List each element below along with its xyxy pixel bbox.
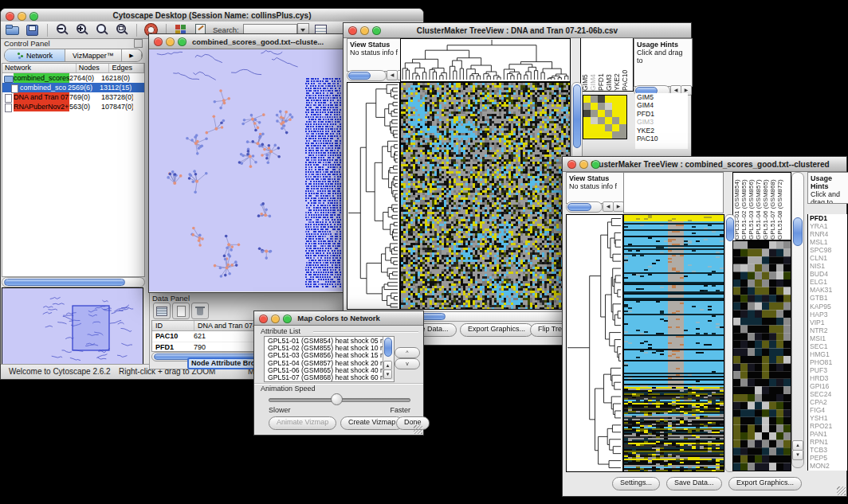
- open-session-icon[interactable]: [5, 22, 21, 37]
- select-attributes-icon[interactable]: [153, 303, 171, 319]
- column-header[interactable]: Network: [2, 64, 77, 72]
- row-dendrogram-canvas[interactable]: [347, 83, 399, 309]
- matrix-cell: [583, 110, 591, 117]
- save-data-button[interactable]: Save Data...: [666, 477, 722, 490]
- heatmap-main[interactable]: [623, 214, 724, 472]
- zoom-fit-icon[interactable]: [94, 22, 110, 37]
- heatmap-canvas[interactable]: [624, 215, 724, 471]
- zoom-heatmap[interactable]: [732, 240, 791, 471]
- zoom-window-icon[interactable]: [178, 37, 186, 46]
- gene-label: MSL1: [810, 238, 847, 246]
- scrollbar-thumb[interactable]: [384, 338, 392, 357]
- scrollbar-thumb[interactable]: [567, 203, 591, 211]
- row-dendrogram[interactable]: [347, 82, 400, 310]
- float-panel-icon[interactable]: [134, 39, 143, 48]
- heatmap-canvas[interactable]: [401, 83, 570, 309]
- zoom-selected-icon[interactable]: [114, 22, 130, 37]
- minimize-icon[interactable]: [166, 37, 175, 46]
- control-panel-hscrollbar[interactable]: [2, 277, 145, 287]
- export-graphics-button[interactable]: Export Graphics...: [460, 323, 533, 337]
- treeview2-titlebar[interactable]: ClusterMaker TreeView : combined_scores_…: [563, 157, 846, 172]
- zoom-heatmap-canvas[interactable]: [733, 241, 791, 471]
- network-overview-canvas[interactable]: [2, 288, 143, 364]
- scroll-down-icon[interactable]: ▼: [792, 450, 803, 460]
- zoom-window-icon[interactable]: [283, 315, 292, 323]
- zoom-heatmap-matrix[interactable]: [583, 95, 627, 139]
- column-header[interactable]: Nodes: [77, 64, 110, 72]
- scroll-left-icon[interactable]: ◀: [603, 201, 614, 212]
- close-icon[interactable]: [6, 12, 14, 21]
- attribute-list-item[interactable]: GPL51-07 (GSM868) heat shock 60 min: [266, 374, 384, 381]
- scroll-down-icon[interactable]: ▼: [383, 369, 392, 379]
- network-tree-row[interactable]: combined_sco2569(6)13112(15): [2, 83, 144, 92]
- zoom-vscrollbar[interactable]: ▲ ▼: [791, 172, 804, 468]
- tab-overflow-button[interactable]: ▶: [122, 49, 142, 61]
- zoom-out-icon[interactable]: [54, 22, 70, 37]
- close-icon[interactable]: [567, 160, 576, 169]
- close-icon[interactable]: [259, 315, 268, 323]
- scrollbar-thumb[interactable]: [4, 279, 125, 286]
- treeview1-hscrollbar-left[interactable]: [347, 70, 387, 81]
- minimize-icon[interactable]: [18, 12, 26, 21]
- attribute-list-item[interactable]: GPL51-02 (GSM855) heat shock 10 min: [266, 345, 384, 352]
- matrix-cell: [598, 96, 605, 103]
- treeview2-hscrollbar-left[interactable]: [566, 201, 603, 213]
- speed-slider-thumb[interactable]: [331, 393, 343, 405]
- column-dendrogram[interactable]: [400, 38, 571, 82]
- move-up-button[interactable]: ^: [395, 347, 420, 358]
- attribute-list-item[interactable]: GPL51-06 (GSM865) heat shock 40 min: [266, 367, 384, 374]
- resize-grip[interactable]: [837, 486, 846, 495]
- scrollbar-thumb[interactable]: [348, 72, 371, 80]
- attribute-list-item[interactable]: GPL51-04 (GSM857) heat shock 20 min: [266, 360, 384, 367]
- cluster-row-label: PFD1: [637, 110, 688, 118]
- zoom-in-icon[interactable]: [74, 22, 90, 37]
- column-dendrogram-canvas[interactable]: [401, 39, 570, 81]
- zoom-column-label: GPL51-08 (GSM872): [776, 173, 783, 240]
- scrollbar-thumb[interactable]: [793, 217, 803, 246]
- dialog-titlebar[interactable]: Map Colors to Network: [254, 311, 423, 326]
- delete-attribute-icon[interactable]: [191, 303, 209, 319]
- save-session-icon[interactable]: [25, 22, 41, 37]
- column-header[interactable]: Edges: [109, 64, 144, 72]
- row-dendrogram[interactable]: [566, 214, 623, 472]
- heatmap-main[interactable]: [400, 82, 571, 310]
- network-canvas[interactable]: [149, 49, 343, 291]
- minimize-icon[interactable]: [271, 315, 280, 323]
- resize-grip[interactable]: [414, 425, 422, 434]
- tab-network[interactable]: Network: [5, 49, 65, 61]
- new-attribute-icon[interactable]: [172, 303, 190, 319]
- close-icon[interactable]: [154, 37, 163, 46]
- tab-vizmapper[interactable]: VizMapper™: [65, 49, 122, 61]
- minimize-icon[interactable]: [360, 26, 369, 35]
- create-vizmap-button[interactable]: Create Vizmap: [340, 416, 403, 430]
- scrollbar-thumb[interactable]: [573, 84, 581, 148]
- done-button[interactable]: Done: [396, 416, 430, 430]
- move-down-button[interactable]: v: [395, 358, 420, 369]
- scroll-right-icon[interactable]: ▶: [613, 201, 624, 212]
- animate-vizmap-button[interactable]: Animate Vizmap: [269, 416, 336, 430]
- listbox-vscrollbar[interactable]: ▲ ▼: [383, 337, 394, 380]
- attribute-listbox[interactable]: GPL51-01 (GSM854) heat shock 05 minGPL51…: [264, 336, 395, 382]
- zoom-window-icon[interactable]: [591, 160, 600, 169]
- settings-button[interactable]: Settings...: [612, 477, 660, 490]
- treeview1-titlebar[interactable]: ClusterMaker TreeView : DNA and Tran 07-…: [344, 23, 691, 38]
- scrollbar-thumb[interactable]: [726, 217, 734, 241]
- close-icon[interactable]: [348, 26, 357, 35]
- network-view-title: combined_scores_good.txt--cluste...: [192, 37, 324, 46]
- export-graphics-button[interactable]: Export Graphics...: [728, 477, 802, 490]
- network-tree-row[interactable]: RNAPuberNov2+563(0)107847(0): [2, 102, 144, 111]
- network-tree-row[interactable]: combined_scores2764(0)16218(0): [2, 73, 144, 83]
- network-overview-panel[interactable]: [2, 287, 143, 365]
- zoom-window-icon[interactable]: [372, 26, 381, 35]
- attribute-list-item[interactable]: GPL51-03 (GSM856) heat shock 15 min: [266, 352, 384, 359]
- zoom-window-icon[interactable]: [29, 12, 38, 21]
- row-dendrogram-canvas[interactable]: [567, 215, 622, 471]
- column-dendrogram-area[interactable]: [623, 172, 724, 213]
- heatmap-hscrollbar[interactable]: [400, 311, 572, 322]
- main-titlebar[interactable]: Cytoscape Desktop (Session Name: collins…: [1, 9, 423, 22]
- minimize-icon[interactable]: [579, 160, 588, 169]
- scroll-left-icon[interactable]: ◀: [387, 70, 398, 80]
- attribute-list-item[interactable]: GPL51-01 (GSM854) heat shock 05 min: [266, 338, 384, 345]
- network-view-titlebar[interactable]: combined_scores_good.txt--cluste...: [149, 34, 344, 49]
- network-tree-row[interactable]: DNA and Tran 07769(0)183728(0): [2, 92, 144, 102]
